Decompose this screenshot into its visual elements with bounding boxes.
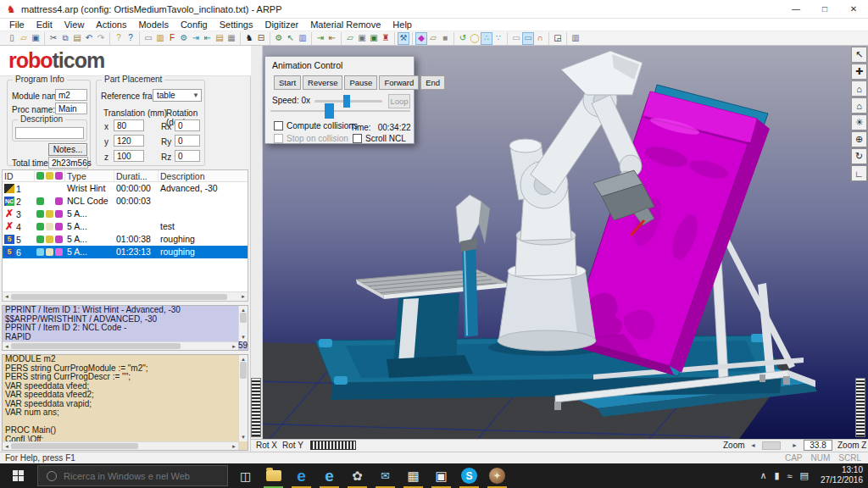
skype-icon[interactable]: S [455, 463, 483, 488]
scroll-down-icon[interactable]: ▼ [241, 333, 246, 341]
description-field[interactable] [15, 127, 84, 139]
pick-path-button[interactable]: ↖ [285, 32, 297, 45]
menu-help[interactable]: Help [387, 19, 418, 31]
table-row[interactable]: 1Wrist Hint00:00:00Advanced, -30 [3, 182, 248, 195]
close-button[interactable]: ✕ [839, 0, 868, 19]
network-icon[interactable]: ≈ [787, 471, 793, 481]
scroll-left-icon[interactable]: ◄ [4, 442, 9, 451]
calculator-icon[interactable]: ▦ [399, 463, 427, 488]
stop-button[interactable]: ■ [439, 32, 451, 45]
new-button[interactable]: ▯ [6, 32, 18, 45]
zoomz-fine-slider[interactable] [855, 378, 865, 437]
description-column-header[interactable]: Description [159, 170, 248, 181]
cabinet-button[interactable]: ▥ [154, 32, 166, 45]
pause-button[interactable]: Pause [344, 75, 377, 90]
import-list-button[interactable]: ⇥ [190, 32, 202, 45]
photos-icon[interactable]: ▣ [427, 463, 455, 488]
pointer-tool-button[interactable]: ↖ [851, 47, 867, 63]
scroll-right-icon[interactable]: ► [241, 292, 246, 301]
start-button[interactable] [0, 463, 37, 488]
path-segments-button[interactable]: ∵ [492, 32, 504, 45]
copy-button[interactable]: ⧉ [59, 32, 71, 45]
reverse-button[interactable]: Reverse [303, 75, 342, 90]
rz-field[interactable] [175, 150, 200, 162]
task-view-icon[interactable]: ◫ [231, 463, 259, 488]
postprocess-button[interactable]: ⚙ [273, 32, 285, 45]
bed-button[interactable]: ⊟ [255, 32, 267, 45]
save-button[interactable]: ▣ [30, 32, 42, 45]
loop-button[interactable]: Loop [388, 94, 410, 108]
search-input[interactable] [64, 471, 208, 481]
rotate-view-button[interactable]: ↻ [851, 148, 867, 164]
hidden-icons-icon[interactable]: ∧ [760, 470, 766, 481]
arpp-app-icon[interactable]: ✦ [483, 463, 511, 488]
menu-material-remove[interactable]: Material Remove [304, 19, 387, 31]
notes-button[interactable]: Notes... [48, 143, 87, 156]
scroll-thumb[interactable] [11, 294, 227, 300]
table-row[interactable]: 565 A...01:23:13roughing [3, 246, 248, 258]
table-row[interactable]: ✗35 A... [3, 208, 248, 220]
flags-column-header[interactable] [35, 170, 65, 181]
clamp-button[interactable]: ∩ [534, 32, 546, 45]
table-horizontal-scrollbar[interactable]: ◄ ► [3, 291, 248, 301]
table-row[interactable]: NC2NCL Code00:00:03 [3, 195, 248, 208]
machine-setup-button[interactable]: ♜ [380, 32, 392, 45]
save-cam-as-button[interactable]: ▣ [368, 32, 380, 45]
x-field[interactable] [114, 119, 144, 131]
module-vertical-scrollbar[interactable]: ▲▼ [238, 355, 248, 441]
progress-slider[interactable] [270, 110, 410, 112]
axis-view-button[interactable]: ∟ [851, 165, 867, 181]
fullscreen-button[interactable]: ◲ [552, 32, 564, 45]
move-view-button[interactable]: ⊕ [851, 131, 867, 147]
set-home-view-button[interactable]: ⌂ [851, 97, 867, 114]
table-row[interactable]: 555 A...01:00:38roughing [3, 233, 248, 246]
speed-slider[interactable] [314, 100, 382, 103]
nc-editor-button[interactable]: ▥ [570, 32, 581, 45]
save-cam-button[interactable]: ▣ [356, 32, 368, 45]
pan-tool-button[interactable]: ✚ [851, 64, 867, 80]
nc-horizontal-scrollbar[interactable]: ◄► [3, 341, 238, 350]
zoom-extents-button[interactable]: ✳ [851, 114, 867, 130]
menu-config[interactable]: Config [175, 19, 214, 31]
menu-models[interactable]: Models [132, 19, 174, 31]
scroll-thumb[interactable] [240, 313, 247, 323]
undo-button[interactable]: ↶ [83, 32, 95, 45]
notifications-icon[interactable]: ▤ [800, 470, 809, 481]
scroll-ncl-checkbox[interactable] [353, 134, 362, 143]
menu-view[interactable]: View [58, 19, 91, 31]
robot-button[interactable]: ♞ [243, 32, 255, 45]
stop-on-collision-checkbox[interactable] [274, 134, 283, 143]
paint-icon[interactable]: ✿ [343, 463, 371, 488]
scroll-down-icon[interactable]: ▼ [241, 433, 246, 441]
export-button[interactable]: ⇤ [326, 32, 338, 45]
ry-field[interactable] [175, 135, 200, 147]
zoom-scrollbar[interactable]: ◄ ► [750, 441, 798, 450]
reference-frame-select[interactable]: table▼ [153, 89, 202, 102]
film-button[interactable]: ▥ [297, 32, 309, 45]
scroll-left-icon[interactable]: ◄ [4, 342, 9, 351]
paste-button[interactable]: ▤ [71, 32, 83, 45]
scroll-right-icon[interactable]: ► [231, 442, 236, 451]
rx-field[interactable] [175, 119, 200, 131]
nc-output-area[interactable]: PPRINT / Item ID 1: Wrist Hint - Advance… [2, 305, 248, 351]
speed-slider-handle[interactable] [343, 95, 350, 108]
scroll-thumb[interactable] [11, 443, 138, 449]
nc-vertical-scrollbar[interactable]: ▲▼ [238, 306, 248, 341]
cut-button[interactable]: ✂ [47, 32, 59, 45]
start-button[interactable]: Start [274, 75, 301, 90]
table-a-button[interactable]: ▭ [510, 32, 522, 45]
rotx-fine-slider[interactable] [251, 378, 261, 437]
module-horizontal-scrollbar[interactable]: ◄► [3, 441, 238, 450]
progress-slider-handle[interactable] [325, 103, 334, 119]
menu-digitizer[interactable]: Digitizer [259, 19, 304, 31]
clipboard-button[interactable]: ▤ [214, 32, 225, 45]
type-column-header[interactable]: Type [65, 170, 114, 181]
menu-settings[interactable]: Settings [214, 19, 259, 31]
open-cam-button[interactable]: ▱ [344, 32, 356, 45]
forward-button[interactable]: Forward [379, 75, 419, 90]
animation-control-dialog[interactable]: Animation Control StartReversePauseForwa… [264, 56, 415, 144]
export-list-button[interactable]: ⇤ [202, 32, 214, 45]
refresh-button[interactable]: ↺ [457, 32, 469, 45]
redo-button[interactable]: ↷ [95, 32, 107, 45]
end-button[interactable]: End [420, 75, 445, 90]
